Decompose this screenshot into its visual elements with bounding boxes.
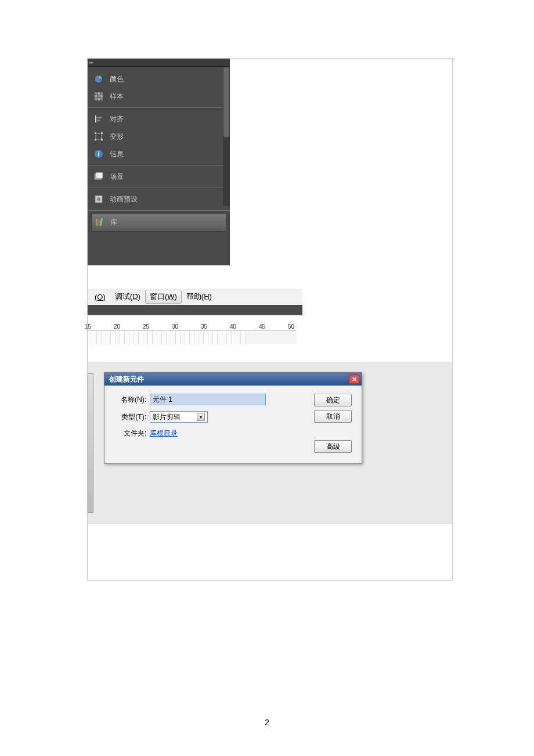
svg-rect-15: [97, 120, 100, 121]
ok-button[interactable]: 确定: [314, 394, 352, 406]
svg-point-1: [96, 77, 98, 79]
panel-item-label: 颜色: [110, 74, 124, 84]
menu-item-window[interactable]: 窗口(W): [145, 290, 182, 304]
dialog-backdrop: 创建新元件 ✕ 名称(N): 类型(T): 影片剪辑 ▾: [88, 362, 452, 524]
type-select[interactable]: 影片剪辑 ▾: [150, 411, 208, 423]
menu-item-o[interactable]: (O): [90, 291, 110, 303]
palette-icon: [93, 74, 104, 84]
svg-rect-5: [98, 92, 100, 95]
svg-rect-24: [96, 172, 103, 178]
ruler-numbers: 15 20 25 30 35 40 45 50: [88, 323, 297, 330]
panel-item-label: 信息: [110, 149, 124, 159]
document-page: ▸▸ 颜色 样本: [87, 58, 453, 581]
panel-divider: [88, 107, 230, 108]
advanced-button[interactable]: 高级: [314, 440, 352, 453]
panel-item-color[interactable]: 颜色: [88, 70, 230, 88]
library-icon: [94, 217, 104, 228]
panel-item-label: 变形: [110, 132, 124, 142]
panel-item-library[interactable]: 库: [91, 213, 226, 232]
ruler-tick-label: 35: [201, 323, 207, 330]
ruler-tick-label: 20: [114, 323, 120, 330]
panel-item-label: 库: [110, 218, 117, 228]
folder-label: 文件夹:: [111, 429, 146, 438]
svg-rect-20: [101, 139, 103, 141]
dialog-titlebar[interactable]: 创建新元件 ✕: [104, 373, 362, 386]
svg-point-0: [95, 75, 103, 83]
folder-link[interactable]: 库根目录: [150, 429, 178, 438]
panel-item-scene[interactable]: 场景: [88, 168, 230, 185]
close-icon[interactable]: ✕: [349, 375, 359, 384]
panel-item-label: 场景: [110, 172, 124, 182]
panel-item-align[interactable]: 对齐: [88, 110, 230, 128]
side-scroll[interactable]: [88, 373, 93, 513]
page-number: 2: [0, 718, 534, 727]
align-icon: [93, 114, 104, 124]
panel-list: 颜色 样本 对齐 变形: [88, 67, 230, 236]
svg-rect-14: [97, 117, 102, 118]
panel-item-label: 动画预设: [110, 195, 138, 204]
panel-item-transform[interactable]: 变形: [88, 128, 230, 145]
side-panel: ▸▸ 颜色 样本: [88, 59, 230, 265]
field-row-folder: 文件夹: 库根目录: [111, 429, 308, 438]
svg-rect-7: [95, 95, 97, 98]
info-icon: i: [93, 149, 104, 159]
svg-point-26: [97, 197, 100, 201]
field-row-type: 类型(T): 影片剪辑 ▾: [111, 411, 308, 423]
ruler-tick-label: 50: [288, 323, 294, 330]
collapse-arrow-icon[interactable]: ▸▸: [89, 60, 93, 65]
ruler-tick-label: 40: [230, 323, 236, 330]
panel-divider: [88, 188, 230, 188]
name-label: 名称(N):: [111, 395, 146, 405]
type-label: 类型(T):: [111, 412, 146, 422]
dialog-body: 名称(N): 类型(T): 影片剪辑 ▾ 文件夹: 库根目录: [104, 386, 362, 463]
panel-footer: [88, 236, 230, 265]
ruler-tick-label: 30: [172, 323, 178, 330]
preset-icon: [93, 194, 104, 204]
svg-rect-10: [95, 98, 97, 100]
menu-item-debug[interactable]: 调试(D): [110, 290, 145, 304]
dialog-fields: 名称(N): 类型(T): 影片剪辑 ▾ 文件夹: 库根目录: [111, 394, 308, 456]
menu-bar: (O) 调试(D) 窗口(W) 帮助(H): [88, 289, 302, 305]
scroll-thumb[interactable]: [223, 67, 229, 137]
svg-point-3: [100, 80, 102, 81]
ruler-tick-label: 45: [259, 323, 265, 330]
dialog-buttons: 确定 取消 高级: [314, 394, 355, 456]
panel-item-preset[interactable]: 动画预设: [88, 190, 230, 208]
scene-icon: [93, 171, 104, 182]
panel-item-label: 对齐: [110, 114, 124, 124]
svg-rect-27: [96, 219, 98, 226]
dialog-title: 创建新元件: [109, 375, 144, 384]
svg-rect-17: [95, 132, 96, 134]
panel-item-swatch[interactable]: 样本: [88, 88, 230, 105]
toolbar-strip: [88, 305, 302, 315]
panel-scrollbar[interactable]: [223, 67, 230, 206]
create-symbol-dialog: 创建新元件 ✕ 名称(N): 类型(T): 影片剪辑 ▾: [104, 372, 362, 464]
svg-rect-29: [100, 218, 103, 226]
svg-rect-18: [101, 132, 103, 134]
chevron-down-icon[interactable]: ▾: [197, 413, 205, 421]
svg-rect-4: [95, 92, 97, 95]
timeline-ruler[interactable]: 15 20 25 30 35 40 45 50: [88, 323, 297, 344]
svg-point-2: [99, 77, 101, 78]
svg-rect-28: [98, 220, 100, 226]
field-row-name: 名称(N):: [111, 394, 308, 405]
svg-text:i: i: [98, 150, 99, 157]
panel-item-info[interactable]: i 信息: [88, 145, 230, 163]
ruler-tick-label: 15: [85, 323, 91, 330]
svg-rect-19: [95, 139, 96, 141]
cancel-button[interactable]: 取消: [314, 410, 352, 423]
panel-header[interactable]: ▸▸: [88, 59, 230, 67]
panel-item-label: 样本: [110, 92, 124, 102]
type-value: 影片剪辑: [153, 412, 181, 422]
menu-item-help[interactable]: 帮助(H): [182, 290, 217, 304]
transform-icon: [93, 131, 104, 142]
ruler-track[interactable]: [88, 330, 297, 344]
svg-rect-12: [100, 98, 103, 100]
svg-rect-6: [100, 92, 103, 95]
panel-divider: [88, 210, 230, 211]
svg-rect-16: [96, 134, 102, 139]
name-input[interactable]: [150, 394, 266, 405]
ruler-tick-label: 25: [143, 323, 149, 330]
svg-rect-9: [100, 95, 103, 98]
svg-rect-13: [95, 116, 96, 123]
